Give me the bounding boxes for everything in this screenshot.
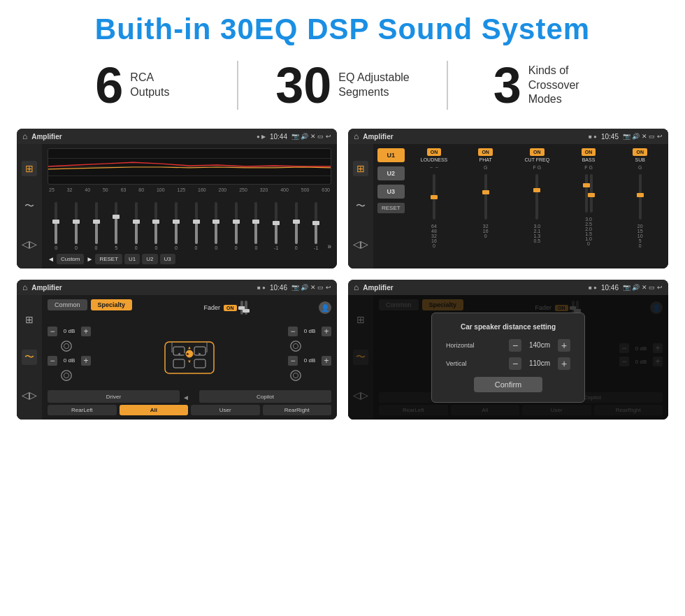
- page-title: Buith-in 30EQ DSP Sound System: [14, 13, 671, 46]
- eq-custom-btn[interactable]: Custom: [57, 254, 85, 264]
- eq-next[interactable]: ►: [86, 255, 93, 263]
- svg-point-3: [64, 373, 68, 378]
- fl-plus[interactable]: +: [81, 327, 91, 336]
- rl-plus[interactable]: +: [81, 356, 91, 366]
- fr-speaker-icon: [289, 340, 331, 352]
- speaker-circle-rl: [60, 369, 73, 382]
- channel-bass: ON BASS FG: [565, 148, 613, 264]
- mode-tabs-3: Common Specialty: [48, 299, 132, 310]
- cutfreq-toggle[interactable]: ON: [530, 148, 545, 156]
- status-bar-1: ⌂ Amplifier ● ▶ 10:44 📷 🔊 ✕ ▭ ↩: [17, 129, 337, 144]
- horizontal-plus-btn[interactable]: +: [558, 339, 570, 352]
- fl-minus[interactable]: −: [48, 327, 57, 336]
- rr-minus[interactable]: −: [288, 356, 298, 366]
- preset-u3[interactable]: U3: [377, 185, 405, 199]
- speaker-layout-3: − 0 dB + − 0 dB: [48, 320, 331, 387]
- eq-track-0[interactable]: [55, 202, 57, 244]
- user-btn-3[interactable]: User: [191, 405, 260, 415]
- front-right-speaker: − 0 dB +: [288, 327, 331, 336]
- copilot-btn-3[interactable]: Copilot: [199, 390, 331, 403]
- sidebar-wave-icon-3[interactable]: 〜: [22, 350, 37, 365]
- rr-plus[interactable]: +: [322, 356, 331, 366]
- left-speakers-3: − 0 dB + − 0 dB: [48, 327, 91, 382]
- bass-slider-2[interactable]: [590, 174, 593, 213]
- preset-u2[interactable]: U2: [377, 166, 405, 180]
- eq-slider-10: 0: [247, 202, 265, 250]
- home-icon-3[interactable]: ⌂: [22, 282, 27, 292]
- sub-toggle[interactable]: ON: [633, 148, 647, 156]
- loudness-toggle[interactable]: ON: [427, 148, 442, 156]
- svg-text:◄►: ◄►: [182, 352, 190, 356]
- sidebar-eq-icon-2[interactable]: ⊞: [353, 161, 368, 176]
- sidebar-vol-icon-2[interactable]: ◁▷: [353, 236, 368, 252]
- stat-crossover-number: 3: [493, 60, 521, 110]
- sidebar-vol-icon-3[interactable]: ◁▷: [22, 387, 37, 403]
- arrow-left-3: ◄: [182, 390, 196, 403]
- bass-slider-1[interactable]: [585, 174, 588, 213]
- fr-plus[interactable]: +: [322, 327, 331, 336]
- right-speakers-3: − 0 dB + − 0 dB: [288, 327, 331, 382]
- specialty-tab-3[interactable]: Specialty: [91, 299, 133, 310]
- bottom-btns-3b: RearLeft All User RearRight: [48, 405, 331, 415]
- sidebar-wave-icon-2[interactable]: 〜: [353, 199, 368, 214]
- person-icon-3[interactable]: 👤: [319, 301, 331, 314]
- cutfreq-slider[interactable]: [535, 174, 538, 220]
- status-title-1: Amplifier: [31, 133, 252, 141]
- driver-btn-3[interactable]: Driver: [48, 390, 180, 403]
- rl-minus[interactable]: −: [48, 356, 57, 366]
- crossover-reset-btn[interactable]: RESET: [377, 203, 405, 213]
- rr-value: 0 dB: [300, 357, 319, 364]
- preset-u1[interactable]: U1: [377, 148, 405, 162]
- common-tab-3[interactable]: Common: [48, 299, 87, 310]
- rearright-btn-3[interactable]: RearRight: [263, 405, 332, 415]
- svg-text:◄: ◄: [177, 352, 181, 356]
- eq-slider-11: -1: [268, 202, 285, 250]
- sidebar-2: ⊞ 〜 ◁▷: [348, 144, 373, 268]
- fl-value: 0 dB: [59, 328, 79, 334]
- eq-slider-9: 0: [227, 202, 245, 250]
- speaker-circle-fl: [60, 340, 73, 352]
- screen-eq: ⌂ Amplifier ● ▶ 10:44 📷 🔊 ✕ ▭ ↩ ⊞ 〜 ◁▷: [17, 129, 337, 268]
- dialog-vertical-row: Vertical − 110cm +: [446, 357, 570, 370]
- phat-toggle[interactable]: ON: [478, 148, 493, 156]
- screen-fader-dialog: ⌂ Amplifier ■ ● 10:46 📷 🔊 ✕ ▭ ↩ ⊞ 〜 ◁▷ C…: [348, 280, 668, 420]
- eq-more: »: [328, 243, 332, 250]
- home-icon-1[interactable]: ⌂: [22, 131, 27, 141]
- eq-u1-btn[interactable]: U1: [124, 254, 140, 264]
- sidebar-wave-icon[interactable]: 〜: [22, 199, 37, 214]
- phat-slider[interactable]: [484, 174, 487, 220]
- eq-prev[interactable]: ◄: [48, 255, 55, 263]
- eq-reset-btn[interactable]: RESET: [95, 254, 122, 264]
- car-diagram-svg: ◄► ▲ ▼ ◄ ►: [158, 328, 221, 380]
- sidebar-vol-icon[interactable]: ◁▷: [22, 236, 37, 252]
- front-left-speaker: − 0 dB +: [48, 327, 91, 336]
- screen-fader: ⌂ Amplifier ■ ● 10:46 📷 🔊 ✕ ▭ ↩ ⊞ 〜 ◁▷ C…: [17, 280, 337, 420]
- fader-on-badge-3[interactable]: ON: [224, 305, 237, 311]
- crossover-channels: ON LOUDNESS ~~ 64 48 32 16: [410, 148, 664, 264]
- home-icon-2[interactable]: ⌂: [354, 131, 359, 141]
- all-btn-3[interactable]: All: [120, 405, 189, 415]
- status-dots-1: ● ▶: [257, 134, 266, 140]
- rearleft-btn-3[interactable]: RearLeft: [48, 405, 117, 415]
- eq-slider-2: 0: [87, 202, 105, 250]
- eq-u2-btn[interactable]: U2: [142, 254, 157, 264]
- home-icon-4[interactable]: ⌂: [354, 282, 359, 292]
- horizontal-minus-btn[interactable]: −: [509, 339, 521, 352]
- sub-slider[interactable]: [639, 174, 642, 220]
- status-icons-1: 📷 🔊 ✕ ▭ ↩: [291, 133, 331, 140]
- confirm-button[interactable]: Confirm: [474, 377, 543, 392]
- loudness-slider[interactable]: [433, 174, 435, 220]
- status-title-3: Amplifier: [31, 284, 253, 292]
- vertical-minus-btn[interactable]: −: [509, 357, 521, 370]
- vertical-plus-btn[interactable]: +: [558, 357, 570, 370]
- eq-slider-5: 0: [147, 202, 165, 250]
- bass-toggle[interactable]: ON: [582, 148, 596, 156]
- fl-speaker-icon: [60, 340, 91, 352]
- rl-value: 0 dB: [59, 357, 79, 364]
- dialog-horizontal-row: Horizontal − 140cm +: [446, 339, 570, 352]
- sidebar-eq-icon[interactable]: ⊞: [22, 161, 37, 176]
- sidebar-eq-icon-3[interactable]: ⊞: [22, 312, 37, 327]
- rear-left-speaker: − 0 dB +: [48, 356, 91, 366]
- eq-u3-btn[interactable]: U3: [160, 254, 175, 264]
- fr-minus[interactable]: −: [288, 327, 298, 336]
